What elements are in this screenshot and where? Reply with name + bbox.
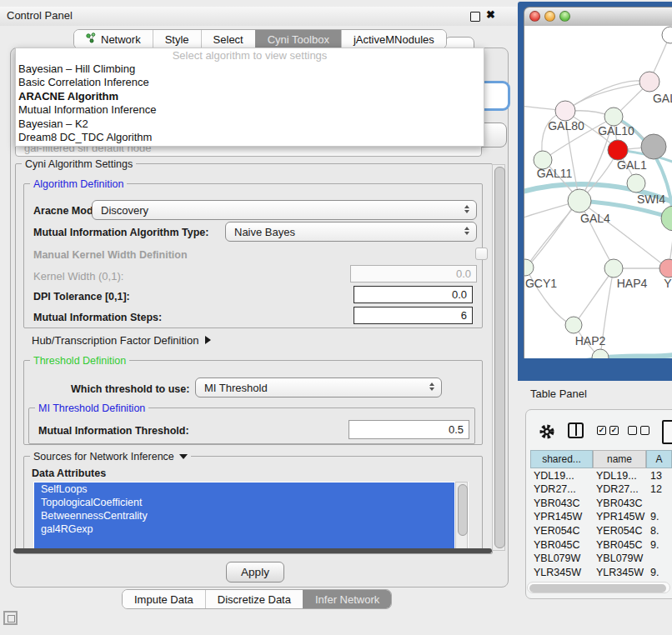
table-cell: YER054C [534, 525, 580, 537]
tab-impute-data[interactable]: Impute Data [123, 590, 205, 608]
table-row[interactable]: YBL079WYBL079W [530, 552, 672, 567]
node-label-gal10: GAL10 [598, 124, 634, 138]
which-threshold-select[interactable]: MI Threshold [195, 378, 442, 398]
table-cell: YBR045C [534, 539, 580, 551]
cyni-settings-legend: Cyni Algorithm Settings [22, 158, 136, 170]
table-cell: YBR043C [534, 498, 580, 509]
list-scrollbar-thumb[interactable] [458, 484, 468, 536]
zoom-traffic-light-icon[interactable] [559, 11, 570, 22]
dropdown-item-dream8-dc-tdc-algorithm[interactable]: Dream8 DC_TDC Algorithm [16, 131, 484, 144]
data-attributes-label: Data Attributes [32, 468, 106, 479]
mi-type-select[interactable]: Naive Bayes [225, 222, 477, 242]
network-edge [574, 269, 614, 324]
dropdown-prompt: Select algorithm to view settings [16, 48, 484, 62]
apply-button[interactable]: Apply [226, 562, 284, 582]
node-label-hap2: HAP2 [575, 334, 606, 348]
manual-kernel-checkbox[interactable] [475, 248, 488, 260]
select-all-checkbox-icon[interactable]: ✓ [597, 426, 606, 435]
deselect-all-checkbox-icon[interactable] [628, 426, 637, 435]
node-label-swi4: SWI4 [637, 192, 665, 206]
network-node[interactable] [641, 134, 666, 159]
dropdown-item-aracne-algorithm[interactable]: ARACNE Algorithm [16, 90, 484, 103]
network-node[interactable] [604, 259, 623, 278]
table-row[interactable]: YPR145WYPR145W9. [530, 511, 672, 525]
attribute-item-topologicalcoefficient[interactable]: TopologicalCoefficient [34, 496, 454, 509]
mi-threshold-field[interactable]: 0.5 [349, 420, 469, 439]
algorithm-dropdown-popup: Select algorithm to view settings Bayesi… [15, 48, 484, 147]
table-row[interactable]: YBR045CYBR045C9. [530, 539, 672, 553]
dock-panel-icon[interactable] [3, 611, 18, 625]
table-row[interactable]: YLR345WYLR345W9. [530, 567, 672, 581]
network-node[interactable] [661, 206, 672, 231]
tab-network[interactable]: Network [74, 30, 153, 48]
network-node[interactable] [659, 259, 672, 278]
attribute-item-gal4rgexp[interactable]: gal4RGexp [34, 522, 454, 536]
select-all-checkbox-icon[interactable]: ✓ [609, 426, 619, 435]
gear-icon[interactable] [537, 422, 557, 442]
network-node[interactable] [565, 317, 582, 333]
attribute-item-betweennesscentrality[interactable]: BetweennessCentrality [34, 509, 454, 522]
float-window-icon[interactable] [470, 12, 480, 22]
dropdown-item-bayesian-hill-climbing[interactable]: Bayesian – Hill Climbing [16, 62, 484, 76]
close-icon[interactable]: ✖ [486, 8, 495, 21]
tab-discretize-data[interactable]: Discretize Data [205, 590, 303, 608]
split-columns-icon[interactable] [568, 422, 584, 438]
network-node[interactable] [639, 72, 659, 92]
manual-kernel-label: Manual Kernel Width Definition [33, 249, 188, 261]
node-label-gal80: GAL80 [548, 119, 584, 132]
table-cell: 8. [650, 525, 659, 537]
minimize-traffic-light-icon[interactable] [544, 11, 555, 22]
scrollpane-bottom-edge [13, 548, 492, 553]
network-node[interactable] [604, 108, 623, 126]
hub-definition-toggle[interactable]: Hub/Transcription Factor Definition [32, 334, 211, 347]
column-header-shared[interactable]: shared... [530, 450, 593, 468]
column-header-name[interactable]: name [593, 450, 646, 468]
deselect-all-checkbox-icon[interactable] [640, 426, 649, 435]
tab-cyni-toolbox[interactable]: Cyni Toolbox [255, 30, 341, 48]
table-cell: YDR27... [534, 483, 576, 495]
attribute-item-selfloops[interactable]: SelfLoops [34, 482, 454, 496]
network-canvas[interactable]: GALGAL80GAL10GAL1GAL11SWI4GAL4GCY1HAP4YH… [524, 26, 672, 358]
list-scrollbar[interactable] [455, 482, 468, 549]
tab-infer-network[interactable]: Infer Network [303, 590, 391, 608]
table-row[interactable]: YBR043CYBR043C [530, 498, 672, 512]
dropdown-item-bayesian-k2[interactable]: Bayesian – K2 [16, 118, 484, 131]
close-traffic-light-icon[interactable] [529, 11, 540, 22]
table-cell: YPR145W [596, 511, 644, 522]
table-row[interactable]: YER054CYER054C8. [530, 525, 672, 539]
aracne-mode-select[interactable]: Discovery [92, 200, 477, 220]
network-node[interactable] [662, 27, 672, 43]
network-node[interactable] [555, 101, 575, 121]
table-row[interactable]: YDL19...YDL19...13 [530, 470, 672, 484]
table-row[interactable]: YDR27...YDR27...12 [530, 483, 672, 498]
settings-scrollbar[interactable] [492, 164, 505, 551]
network-node[interactable] [592, 349, 609, 358]
tab-style[interactable]: Style [153, 30, 201, 48]
dock-panel-inner-icon [8, 615, 15, 622]
tab-select[interactable]: Select [201, 30, 255, 48]
dpi-tolerance-field[interactable]: 0.0 [354, 286, 473, 303]
network-edge [567, 82, 649, 110]
network-node[interactable] [568, 189, 591, 212]
table-cell: YDL19... [596, 470, 637, 482]
sources-legend[interactable]: Sources for Network Inference [30, 451, 191, 462]
mi-steps-field[interactable]: 6 [354, 307, 473, 324]
network-node[interactable] [608, 140, 628, 160]
data-attributes-list[interactable]: SelfLoopsTopologicalCoefficientBetweenne… [33, 482, 469, 549]
table-hscrollbar-thumb[interactable] [529, 584, 666, 592]
column-header-a[interactable]: A [646, 450, 672, 468]
network-node[interactable] [627, 174, 645, 192]
settings-scrollbar-thumb[interactable] [494, 167, 505, 548]
dropdown-item-mutual-information-inference[interactable]: Mutual Information Inference [16, 103, 484, 117]
dropdown-item-basic-correlation-inference[interactable]: Basic Correlation Inference [16, 76, 484, 89]
mi-threshold-legend: MI Threshold Definition [35, 402, 148, 414]
table-hscrollbar[interactable] [527, 582, 670, 593]
control-panel-titlebar [0, 7, 517, 26]
new-table-icon[interactable] [662, 420, 672, 444]
node-label-gal1: GAL1 [617, 158, 647, 172]
table-cell: YBL079W [596, 552, 643, 564]
network-graph[interactable]: GALGAL80GAL10GAL1GAL11SWI4GAL4GCY1HAP4YH… [524, 26, 672, 358]
tab-jactivemnodules[interactable]: jActiveMNodules [341, 30, 446, 48]
kernel-width-field[interactable]: 0.0 [350, 265, 477, 282]
mi-steps-label: Mutual Information Steps: [33, 312, 162, 323]
